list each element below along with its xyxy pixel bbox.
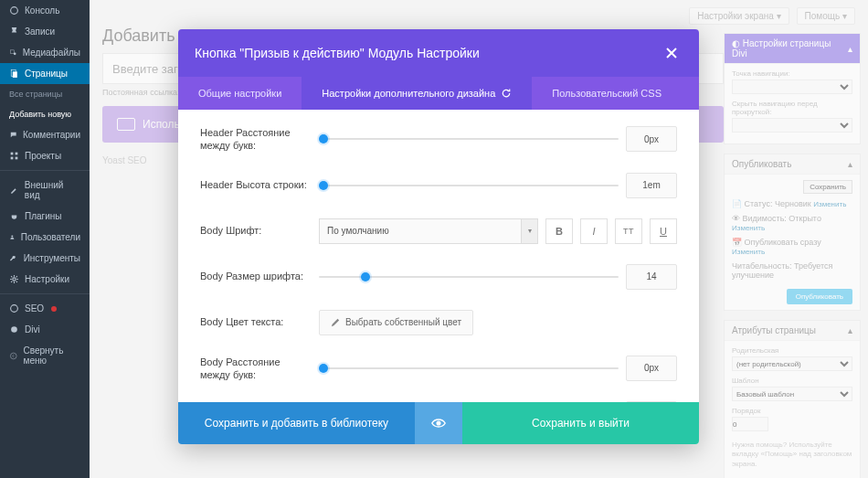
modal-header: Кнопка "Призыв к действию" Модуль Настро… — [178, 29, 699, 77]
edit-link[interactable]: Изменить — [813, 200, 846, 208]
tab-design[interactable]: Настройки дополнительного дизайна — [302, 77, 532, 110]
save-draft-button[interactable]: Сохранить — [803, 180, 852, 194]
preview-button[interactable] — [415, 402, 462, 444]
sidebar-item-collapse[interactable]: Свернуть меню — [0, 340, 90, 371]
row-header-spacing: Header Расстояние между букв: 0px — [200, 126, 677, 153]
underline-button[interactable]: U — [650, 218, 677, 244]
help-button[interactable]: Помощь ▾ — [797, 7, 855, 25]
sidebar-item-pages[interactable]: Страницы — [0, 63, 90, 84]
meta-box-header[interactable]: Опубликовать▴ — [725, 154, 860, 175]
meta-label: Шаблон — [732, 377, 852, 385]
italic-button[interactable]: I — [580, 218, 608, 244]
sidebar-item-posts[interactable]: Записи — [0, 21, 90, 42]
row-body-font: Body Шрифт: По умолчанию ▾ B I TT U — [200, 218, 677, 244]
header-spacing-slider[interactable] — [319, 133, 619, 144]
eye-icon — [431, 419, 446, 428]
sidebar-label: Записи — [25, 27, 55, 37]
collapse-icon — [9, 351, 18, 361]
sidebar-item-tools[interactable]: Инструменты — [0, 248, 90, 269]
sidebar-item-seo[interactable]: SEO — [0, 298, 90, 319]
publish-button[interactable]: Опубликовать — [787, 289, 852, 304]
header-lineheight-value[interactable]: 1em — [626, 173, 677, 198]
row-body-size: Body Размер шрифта: 14 — [200, 264, 677, 290]
body-size-value[interactable]: 14 — [626, 264, 677, 290]
body-spacing-slider[interactable] — [319, 363, 619, 374]
chevron-up-icon: ▴ — [848, 44, 852, 54]
svg-point-2 — [14, 53, 16, 56]
sidebar-label: Проекты — [25, 151, 61, 161]
dashboard-icon — [9, 5, 19, 16]
header-spacing-value[interactable]: 0px — [626, 126, 677, 152]
sidebar-label: Консоль — [25, 5, 59, 16]
sidebar-label: Внешний вид — [25, 180, 80, 200]
body-color-button[interactable]: Выбрать собственный цвет — [319, 310, 473, 335]
row-label: Body Размер шрифта: — [200, 270, 319, 282]
sidebar-item-users[interactable]: Пользователи — [0, 227, 90, 248]
template-select[interactable]: Базовый шаблон — [732, 387, 852, 401]
tab-general[interactable]: Общие настройки — [178, 77, 302, 110]
sidebar-label: Добавить новую — [9, 110, 71, 119]
edit-link[interactable]: Изменить — [732, 248, 765, 256]
sidebar-sub-add-new[interactable]: Добавить новую — [0, 104, 90, 124]
row-label: Header Расстояние между букв: — [200, 126, 319, 153]
admin-sidebar: Консоль Записи Медиафайлы Страницы Все с… — [0, 0, 90, 478]
header-lineheight-slider[interactable] — [319, 180, 619, 191]
modal-tabs: Общие настройки Настройки дополнительног… — [178, 77, 699, 110]
svg-rect-8 — [16, 157, 18, 160]
status-text: 📄 Статус: Черновик — [732, 199, 811, 208]
chevron-down-icon[interactable]: ▾ — [522, 218, 538, 244]
sidebar-item-plugins[interactable]: Плагины — [0, 206, 90, 227]
nav-point-select[interactable] — [732, 80, 852, 94]
page-attributes-box: Атрибуты страницы▴ Родительская(нет роди… — [724, 320, 861, 478]
svg-rect-1 — [10, 50, 14, 54]
save-and-exit-button[interactable]: Сохранить и выйти — [462, 402, 699, 444]
meta-box-header[interactable]: ◐ Настройки страницы Divi▴ — [725, 34, 860, 64]
row-body-spacing: Body Расстояние между букв: 0px — [200, 356, 677, 382]
sidebar-sub-all-pages[interactable]: Все страницы — [0, 84, 90, 104]
hide-nav-select[interactable] — [732, 118, 852, 133]
meta-box-header[interactable]: Атрибуты страницы▴ — [725, 321, 860, 341]
sidebar-label: Настройки — [25, 274, 69, 284]
sidebar-label: Плагины — [25, 211, 62, 221]
modal-body: Header Расстояние между букв: 0px Header… — [178, 110, 699, 402]
sidebar-item-comments[interactable]: Комментарии — [0, 124, 90, 145]
edit-link[interactable]: Изменить — [732, 224, 765, 232]
sidebar-label: Инструменты — [24, 253, 80, 263]
sidebar-item-appearance[interactable]: Внешний вид — [0, 175, 90, 206]
divi-icon — [9, 324, 19, 335]
comments-icon — [9, 130, 17, 140]
module-settings-modal: Кнопка "Призыв к действию" Модуль Настро… — [178, 29, 699, 444]
tab-css[interactable]: Пользовательский CSS — [532, 77, 682, 110]
row-label: Body Шрифт: — [200, 224, 319, 237]
sidebar-item-projects[interactable]: Проекты — [0, 145, 90, 166]
svg-rect-7 — [11, 157, 14, 160]
svg-rect-5 — [11, 153, 14, 155]
order-input[interactable] — [732, 417, 768, 431]
sidebar-item-media[interactable]: Медиафайлы — [0, 42, 90, 63]
svg-point-10 — [13, 278, 16, 281]
bold-button[interactable]: B — [545, 218, 573, 244]
user-icon — [9, 232, 16, 242]
body-size-slider[interactable] — [319, 271, 619, 282]
meta-label: Точка навигации: — [732, 69, 852, 78]
sidebar-item-console[interactable]: Консоль — [0, 0, 90, 21]
modal-footer: Сохранить и добавить в библиотеку Сохран… — [178, 402, 699, 444]
close-button[interactable] — [661, 42, 683, 64]
uppercase-button[interactable]: TT — [615, 218, 642, 244]
save-to-library-button[interactable]: Сохранить и добавить в библиотеку — [178, 402, 415, 444]
parent-select[interactable]: (нет родительской) — [732, 356, 852, 371]
body-font-select[interactable]: По умолчанию — [319, 218, 522, 244]
help-hint: Нужна помощь? Используйте вкладку «Помощ… — [732, 437, 852, 473]
sidebar-label: Комментарии — [23, 130, 80, 140]
sidebar-item-settings[interactable]: Настройки — [0, 269, 90, 290]
seo-icon — [9, 303, 19, 313]
screen-options-button[interactable]: Настройки экрана ▾ — [689, 7, 789, 25]
sidebar-item-divi[interactable]: Divi — [0, 319, 90, 340]
svg-point-9 — [11, 235, 13, 237]
row-label: Header Высота строки: — [200, 178, 319, 191]
body-spacing-value[interactable]: 0px — [626, 356, 677, 381]
sidebar-separator — [0, 293, 90, 294]
pages-icon — [9, 69, 19, 79]
media-icon — [9, 48, 17, 58]
svg-point-14 — [437, 421, 440, 425]
